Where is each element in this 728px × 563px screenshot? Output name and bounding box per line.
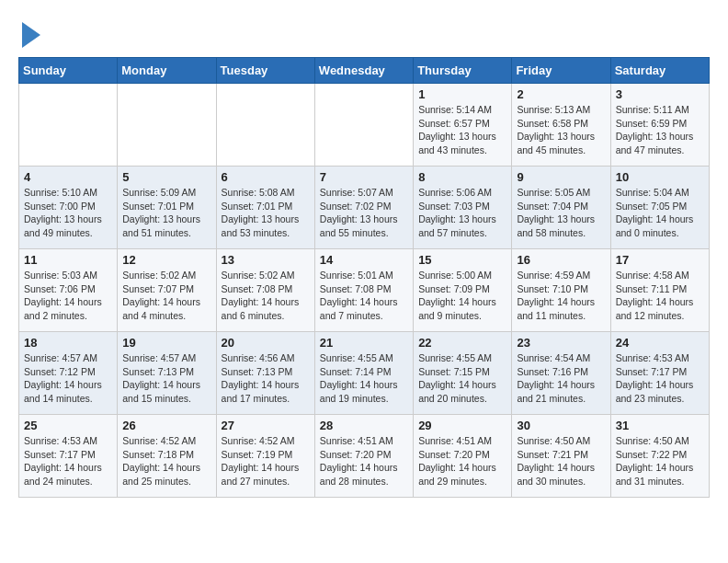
day-cell: 23Sunrise: 4:54 AM Sunset: 7:16 PM Dayli… xyxy=(512,332,610,415)
day-cell xyxy=(19,84,118,167)
day-info: Sunrise: 4:54 AM Sunset: 7:16 PM Dayligh… xyxy=(517,351,605,406)
page-header xyxy=(18,18,710,48)
day-number: 5 xyxy=(122,170,210,184)
day-number: 4 xyxy=(24,170,112,184)
day-number: 16 xyxy=(517,253,605,267)
day-number: 3 xyxy=(616,87,704,101)
day-cell: 9Sunrise: 5:05 AM Sunset: 7:04 PM Daylig… xyxy=(512,167,610,249)
weekday-header-wednesday: Wednesday xyxy=(314,58,413,84)
day-number: 9 xyxy=(517,170,605,184)
day-info: Sunrise: 4:53 AM Sunset: 7:17 PM Dayligh… xyxy=(24,434,112,488)
day-cell xyxy=(118,84,216,167)
day-info: Sunrise: 4:55 AM Sunset: 7:15 PM Dayligh… xyxy=(418,351,506,406)
day-number: 22 xyxy=(418,336,506,350)
day-cell: 15Sunrise: 5:00 AM Sunset: 7:09 PM Dayli… xyxy=(414,249,512,332)
day-cell: 29Sunrise: 4:51 AM Sunset: 7:20 PM Dayli… xyxy=(414,415,512,498)
day-cell: 11Sunrise: 5:03 AM Sunset: 7:06 PM Dayli… xyxy=(19,249,118,332)
day-cell: 28Sunrise: 4:51 AM Sunset: 7:20 PM Dayli… xyxy=(314,415,413,498)
weekday-header-saturday: Saturday xyxy=(610,58,709,84)
day-info: Sunrise: 4:51 AM Sunset: 7:20 PM Dayligh… xyxy=(320,434,408,488)
day-cell: 25Sunrise: 4:53 AM Sunset: 7:17 PM Dayli… xyxy=(19,415,118,498)
day-info: Sunrise: 5:00 AM Sunset: 7:09 PM Dayligh… xyxy=(418,269,506,323)
day-info: Sunrise: 5:06 AM Sunset: 7:03 PM Dayligh… xyxy=(418,186,506,240)
day-cell xyxy=(216,84,314,167)
day-cell: 22Sunrise: 4:55 AM Sunset: 7:15 PM Dayli… xyxy=(414,332,512,415)
day-info: Sunrise: 4:58 AM Sunset: 7:11 PM Dayligh… xyxy=(616,269,704,323)
calendar-table: SundayMondayTuesdayWednesdayThursdayFrid… xyxy=(18,57,710,498)
day-number: 26 xyxy=(122,419,210,432)
day-number: 10 xyxy=(616,170,704,184)
day-info: Sunrise: 5:13 AM Sunset: 6:58 PM Dayligh… xyxy=(517,103,605,157)
day-cell: 20Sunrise: 4:56 AM Sunset: 7:13 PM Dayli… xyxy=(216,332,314,415)
day-number: 8 xyxy=(418,170,506,184)
day-info: Sunrise: 5:03 AM Sunset: 7:06 PM Dayligh… xyxy=(24,269,112,323)
day-info: Sunrise: 5:14 AM Sunset: 6:57 PM Dayligh… xyxy=(418,103,506,157)
day-cell: 5Sunrise: 5:09 AM Sunset: 7:01 PM Daylig… xyxy=(118,167,216,249)
day-number: 31 xyxy=(616,419,704,432)
weekday-header-friday: Friday xyxy=(512,58,610,84)
day-info: Sunrise: 5:09 AM Sunset: 7:01 PM Dayligh… xyxy=(122,186,210,240)
weekday-header-thursday: Thursday xyxy=(414,58,512,84)
day-info: Sunrise: 4:52 AM Sunset: 7:18 PM Dayligh… xyxy=(122,434,210,488)
day-number: 27 xyxy=(222,419,310,432)
day-info: Sunrise: 5:10 AM Sunset: 7:00 PM Dayligh… xyxy=(24,186,112,240)
day-cell: 10Sunrise: 5:04 AM Sunset: 7:05 PM Dayli… xyxy=(610,167,709,249)
day-info: Sunrise: 4:57 AM Sunset: 7:12 PM Dayligh… xyxy=(24,351,112,406)
day-cell: 13Sunrise: 5:02 AM Sunset: 7:08 PM Dayli… xyxy=(216,249,314,332)
week-row-2: 4Sunrise: 5:10 AM Sunset: 7:00 PM Daylig… xyxy=(19,167,710,249)
day-cell: 31Sunrise: 4:50 AM Sunset: 7:22 PM Dayli… xyxy=(610,415,709,498)
day-info: Sunrise: 4:50 AM Sunset: 7:21 PM Dayligh… xyxy=(517,434,605,488)
day-number: 15 xyxy=(418,253,506,267)
day-info: Sunrise: 4:50 AM Sunset: 7:22 PM Dayligh… xyxy=(616,434,704,488)
day-info: Sunrise: 4:53 AM Sunset: 7:17 PM Dayligh… xyxy=(616,351,704,406)
day-number: 1 xyxy=(418,87,506,101)
day-number: 20 xyxy=(222,336,310,350)
day-number: 30 xyxy=(517,419,605,432)
day-cell: 27Sunrise: 4:52 AM Sunset: 7:19 PM Dayli… xyxy=(216,415,314,498)
day-number: 11 xyxy=(24,253,112,267)
day-number: 29 xyxy=(418,419,506,432)
day-number: 24 xyxy=(616,336,704,350)
day-cell: 30Sunrise: 4:50 AM Sunset: 7:21 PM Dayli… xyxy=(512,415,610,498)
week-row-4: 18Sunrise: 4:57 AM Sunset: 7:12 PM Dayli… xyxy=(19,332,710,415)
day-info: Sunrise: 5:02 AM Sunset: 7:07 PM Dayligh… xyxy=(122,269,210,323)
day-info: Sunrise: 4:51 AM Sunset: 7:20 PM Dayligh… xyxy=(418,434,506,488)
logo-arrow-icon xyxy=(22,22,40,48)
weekday-header-row: SundayMondayTuesdayWednesdayThursdayFrid… xyxy=(19,58,710,84)
day-cell: 2Sunrise: 5:13 AM Sunset: 6:58 PM Daylig… xyxy=(512,84,610,167)
day-number: 23 xyxy=(517,336,605,350)
day-cell: 12Sunrise: 5:02 AM Sunset: 7:07 PM Dayli… xyxy=(118,249,216,332)
day-number: 13 xyxy=(222,253,310,267)
day-cell: 24Sunrise: 4:53 AM Sunset: 7:17 PM Dayli… xyxy=(610,332,709,415)
day-cell xyxy=(314,84,413,167)
day-number: 7 xyxy=(320,170,408,184)
day-number: 17 xyxy=(616,253,704,267)
day-info: Sunrise: 5:05 AM Sunset: 7:04 PM Dayligh… xyxy=(517,186,605,240)
weekday-header-monday: Monday xyxy=(118,58,216,84)
day-cell: 21Sunrise: 4:55 AM Sunset: 7:14 PM Dayli… xyxy=(314,332,413,415)
day-cell: 14Sunrise: 5:01 AM Sunset: 7:08 PM Dayli… xyxy=(314,249,413,332)
day-cell: 16Sunrise: 4:59 AM Sunset: 7:10 PM Dayli… xyxy=(512,249,610,332)
day-info: Sunrise: 4:52 AM Sunset: 7:19 PM Dayligh… xyxy=(222,434,310,488)
weekday-header-tuesday: Tuesday xyxy=(216,58,314,84)
day-number: 21 xyxy=(320,336,408,350)
day-number: 18 xyxy=(24,336,112,350)
day-cell: 3Sunrise: 5:11 AM Sunset: 6:59 PM Daylig… xyxy=(610,84,709,167)
day-info: Sunrise: 5:01 AM Sunset: 7:08 PM Dayligh… xyxy=(320,269,408,323)
day-number: 28 xyxy=(320,419,408,432)
day-info: Sunrise: 4:55 AM Sunset: 7:14 PM Dayligh… xyxy=(320,351,408,406)
day-info: Sunrise: 4:57 AM Sunset: 7:13 PM Dayligh… xyxy=(122,351,210,406)
day-cell: 1Sunrise: 5:14 AM Sunset: 6:57 PM Daylig… xyxy=(414,84,512,167)
day-info: Sunrise: 5:08 AM Sunset: 7:01 PM Dayligh… xyxy=(222,186,310,240)
day-cell: 18Sunrise: 4:57 AM Sunset: 7:12 PM Dayli… xyxy=(19,332,118,415)
week-row-5: 25Sunrise: 4:53 AM Sunset: 7:17 PM Dayli… xyxy=(19,415,710,498)
week-row-3: 11Sunrise: 5:03 AM Sunset: 7:06 PM Dayli… xyxy=(19,249,710,332)
day-number: 2 xyxy=(517,87,605,101)
day-cell: 4Sunrise: 5:10 AM Sunset: 7:00 PM Daylig… xyxy=(19,167,118,249)
day-cell: 17Sunrise: 4:58 AM Sunset: 7:11 PM Dayli… xyxy=(610,249,709,332)
day-info: Sunrise: 4:59 AM Sunset: 7:10 PM Dayligh… xyxy=(517,269,605,323)
day-info: Sunrise: 5:07 AM Sunset: 7:02 PM Dayligh… xyxy=(320,186,408,240)
day-info: Sunrise: 5:02 AM Sunset: 7:08 PM Dayligh… xyxy=(222,269,310,323)
day-cell: 8Sunrise: 5:06 AM Sunset: 7:03 PM Daylig… xyxy=(414,167,512,249)
day-cell: 19Sunrise: 4:57 AM Sunset: 7:13 PM Dayli… xyxy=(118,332,216,415)
